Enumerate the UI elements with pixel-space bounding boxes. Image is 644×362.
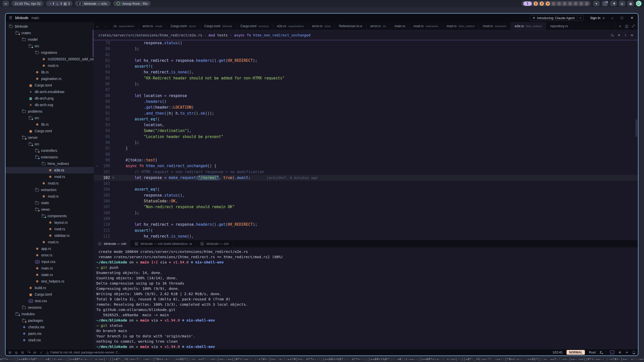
code-line[interactable]: 79 response.status() [94,40,638,46]
editor-tab-mod.rs[interactable]: mod.rsextensions [410,22,442,30]
code-line[interactable]: 81 [94,52,638,58]
file-tree-item-src[interactable]: src [6,43,94,49]
run-test-icon[interactable]: ▹ [94,163,100,169]
code-line[interactable]: 110 let hx_redirect = response.headers()… [94,222,638,228]
editor-tab-cargo.toml[interactable]: Cargo.tomlsessions [236,22,273,30]
file-tree-item-crates[interactable]: crates [6,30,94,36]
terminal-panel[interactable]: create mode 100644 crates/server/src/ext… [94,247,638,349]
file-tree-item-state.rs[interactable]: ❋state.rs [6,272,94,278]
code-line[interactable]: 92 assert_eq!( [94,116,638,122]
file-tree-item-components[interactable]: components [6,213,94,219]
code-line[interactable]: 84 hx_redirect.is_none(), [94,69,638,75]
focused-window-pill[interactable]: Z blinkode — e2e. [75,1,111,6]
file-tree-item-cargo.toml[interactable]: ▣Cargo.toml [6,82,94,88]
file-tree-item-lib.rs[interactable]: ❋lib.rs [6,69,94,75]
workspace-1-active[interactable]: 1 [523,2,532,6]
banner-close-icon[interactable]: × [577,16,583,20]
editor-tab-error.rs[interactable]: error.rssrc [366,22,390,30]
app-menu-icon[interactable]: ☰ [9,16,12,20]
workspace-empty[interactable] [585,2,589,6]
workspace-2[interactable]: 2 [534,2,538,6]
git-branch-name[interactable]: main [31,16,39,20]
code-line[interactable]: 109 [94,216,638,222]
diagnostics-check-icon[interactable]: ✓ [40,350,43,354]
code-line[interactable]: 106 StatusCode::OK, [94,198,638,204]
workspace-empty[interactable] [563,2,567,6]
file-tree-item-lib.rs[interactable]: ❋lib.rs [6,121,94,128]
bell-icon[interactable] [602,1,608,6]
file-tree-item-extractors[interactable]: extractors [6,187,94,193]
outline-icon[interactable]: ≣ [21,350,24,354]
file-tree-item-htmx-redirect[interactable]: htmx_redirect [6,160,94,167]
tab-history-forward-button[interactable]: → [101,22,109,30]
file-tree-item-layout.rs[interactable]: ❋layout.rs [6,219,94,226]
code-line[interactable]: 83 assert!( [94,64,638,69]
workspace-empty[interactable] [574,2,578,6]
editor-tab-.rs[interactable]: .rsorganizations [109,22,139,30]
editor-tab-mod.rs[interactable]: mod.rshtmx_redirect [442,22,479,30]
file-tree-item-views[interactable]: views [6,206,94,213]
calendar-icon[interactable]: ▤ [64,2,67,6]
minimize-button[interactable]: – [611,16,613,20]
code-line[interactable]: 88 let location = response [94,93,638,99]
editor-tab-repository.rs[interactable]: repository.rs [546,22,572,30]
file-tree-item-app.rs[interactable]: ❋app.rs [6,245,94,252]
split-pane-button[interactable]: ◫ [623,24,630,28]
code-line[interactable]: 108 ); [94,210,638,216]
editor-tab-e2e.rs[interactable]: e2e.rshtmx_redirect [511,22,546,30]
editor-tab-cargo.toml[interactable]: Cargo.tomlblinkode [200,22,236,30]
file-tree-item-cargo.toml[interactable]: ▣Cargo.toml [6,291,94,298]
code-line[interactable]: 94 Some("/destination"), [94,128,638,134]
editor-tab-error.rs[interactable]: error.rsshow [308,22,335,30]
file-tree-item-mod.rs[interactable]: ❋mod.rs [6,173,94,180]
file-tree-item-e2e.rs[interactable]: ❋e2e.rs [6,167,94,173]
edit-prediction-icon[interactable]: Z [600,350,602,354]
file-tree-item-static[interactable]: static [6,200,94,206]
workspace-empty[interactable] [579,2,583,6]
editor-scrollbar-thumb[interactable] [635,119,637,137]
code-line[interactable]: 101 // HTMX request + non-redirect respo… [94,169,638,175]
owl-app-icon[interactable]: ◉ [627,1,634,6]
assistant-icon[interactable]: ✦ [625,350,628,354]
code-line[interactable]: 97 } [94,146,638,151]
workspace-empty[interactable] [552,2,555,6]
sign-in-button[interactable]: Sign In ∨ [590,16,605,20]
screen-record-icon[interactable] [636,1,641,6]
git-branch-icon[interactable]: ψ [15,350,18,354]
code-line[interactable]: 80 ); [94,46,638,52]
claude-agent-banner[interactable]: ✳Introducing: Claude Agent × [530,15,584,21]
code-line[interactable]: 104 assert_eq!( [94,187,638,192]
editor-tab-mod.rs[interactable]: mod.rsextractors [479,22,511,30]
editor-tab-references-to-e[interactable]: References to e [335,22,366,30]
workspace-empty[interactable] [557,2,561,6]
file-tree-item-build.rs[interactable]: ❋build.rs [6,285,94,291]
file-tree-item-db-arch.png[interactable]: ▦db-arch.png [6,95,94,102]
file-tree-item-mod.rs[interactable]: ❋mod.rs [6,62,94,69]
terminal-tab[interactable]: >_blinkode — zsh build-tailwindcss -w [131,240,196,247]
file-tree-item-test-helpers.rs[interactable]: ❋test_helpers.rs [6,278,94,285]
code-line[interactable]: 96 ); [94,140,638,146]
tab-history-back-button[interactable]: ← [94,22,101,30]
terminal-tab[interactable]: >_blinkode — zsh [196,240,233,247]
file-tree-item-db-arch.svg[interactable]: ✳db-arch.svg [6,102,94,108]
workspace-4[interactable]: 4 [546,2,550,6]
tiling-icon[interactable]: ∞ [3,1,9,6]
file-tree-item-db-arch.excalidraw[interactable]: ≡db-arch.excalidraw [6,88,94,95]
code-editor[interactable]: 79 response.status()80 );8182 let hx_red… [94,40,638,240]
editor-controls-icon[interactable]: ≋ [630,33,633,37]
lsp-status-message[interactable]: △ Failed to run nil, nixd, package-versi… [46,350,120,354]
file-tree-item-shell.nix[interactable]: ❄shell.nix [6,337,94,343]
terminal-tab[interactable]: >_blinkode — zsh [94,240,131,247]
project-panel[interactable]: blinkodecratesmodelsrcmigrations❋m202603… [6,22,94,349]
terminal-toggle-icon[interactable]: >_ [610,350,614,354]
network-off-icon[interactable]: ⌀ [619,1,625,6]
code-line[interactable]: 112 hx_redirect.is_none(), [94,234,638,239]
file-tree-item-cargo.toml[interactable]: ▣Cargo.toml [6,128,94,134]
file-tree-item-sessions[interactable]: sessions [6,304,94,311]
file-tree-item-blinkode[interactable]: blinkode [6,23,94,30]
swap-icon[interactable]: ⇄ [33,350,36,354]
code-line[interactable]: 105 response.status(), [94,193,638,198]
git-blame-inline[interactable]: jackjohn7, 6 minutes ago [267,175,317,181]
file-tree-item-packages[interactable]: packages [6,317,94,324]
flame-icon[interactable]: ♨ [56,2,59,6]
